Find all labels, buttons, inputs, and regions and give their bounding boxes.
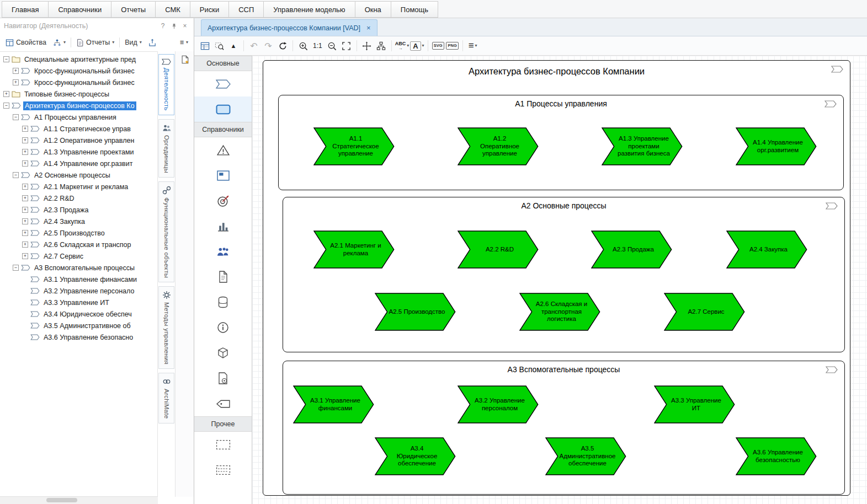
refresh-button[interactable] xyxy=(276,39,289,52)
menu-item[interactable]: СМК xyxy=(155,1,190,18)
properties-button[interactable]: Свойства xyxy=(2,37,50,49)
process-shape[interactable]: А2.2 R&D xyxy=(458,230,539,269)
process-shape[interactable]: А1.2 Оперативное управление xyxy=(458,127,539,165)
tree-item[interactable]: +А1.3 Управление проектами xyxy=(0,146,157,158)
diagram-canvas[interactable]: Архитектура бизнес-процессов Компании А1… xyxy=(252,56,867,504)
people-group-button[interactable] xyxy=(194,239,252,264)
rounded-rect-button[interactable] xyxy=(194,96,252,122)
expand-icon[interactable]: + xyxy=(22,160,28,167)
tree-item[interactable]: +А2.1 Маркетинг и реклама xyxy=(0,181,157,192)
redo-button[interactable]: ↷ xyxy=(262,39,275,52)
collapse-icon[interactable]: − xyxy=(3,103,9,109)
process-shape[interactable]: А3.5 Административное обеспечение xyxy=(545,437,626,475)
expand-icon[interactable]: + xyxy=(22,253,28,259)
table-view-button[interactable] xyxy=(198,39,211,52)
process-shape[interactable]: А2.3 Продажа xyxy=(591,230,672,269)
tree-item[interactable]: −А1 Процессы управления xyxy=(0,111,157,123)
zoom-in-button[interactable] xyxy=(296,39,310,52)
fit-screen-button[interactable] xyxy=(340,39,353,52)
process-shape[interactable]: А3.1 Управление финансами xyxy=(293,385,374,423)
pin-icon[interactable] xyxy=(169,21,179,31)
tree-item[interactable]: А3.2 Управление персонало xyxy=(0,285,157,297)
menu-item[interactable]: Управление моделью xyxy=(263,1,355,18)
zoom-out-button[interactable] xyxy=(326,39,339,52)
process-group[interactable]: А2 Основные процессыА2.1 Маркетинг и рек… xyxy=(283,197,845,352)
tree-item[interactable]: А3.6 Управление безопасно xyxy=(0,331,157,343)
export-svg-button[interactable]: SVG xyxy=(432,39,445,52)
spelling-button[interactable]: ABC → ▾ xyxy=(395,39,409,52)
process-shape[interactable]: А1.3 Управление проектами развития бизне… xyxy=(602,127,683,165)
tree-item[interactable]: +А1.4 Управление орг.развит xyxy=(0,158,157,169)
expand-icon[interactable]: + xyxy=(22,207,28,213)
toolbar-overflow-button[interactable]: ≡▾ xyxy=(177,37,192,48)
navigator-hscrollbar[interactable] xyxy=(0,496,158,504)
pan-button[interactable] xyxy=(360,39,374,52)
side-tab[interactable]: Деятельность xyxy=(158,54,174,115)
tree-item[interactable]: +А2.3 Продажа xyxy=(0,204,157,216)
side-tab[interactable]: Методы управления xyxy=(158,286,174,369)
export-png-button[interactable]: PNG xyxy=(446,39,459,52)
expand-icon[interactable]: + xyxy=(13,68,19,74)
menu-item[interactable]: Окна xyxy=(355,1,391,18)
menu-button[interactable]: ≡▾ xyxy=(466,39,480,52)
tab-close-icon[interactable]: × xyxy=(366,24,371,32)
process-group[interactable]: А1 Процессы управленияА1.1 Стратегическо… xyxy=(278,95,844,190)
new-diagram-button[interactable] xyxy=(178,53,192,66)
reports-button[interactable]: Отчеты ▾ xyxy=(73,37,118,49)
vad-outline-button[interactable] xyxy=(194,71,252,96)
close-icon[interactable]: × xyxy=(180,21,190,31)
org-hierarchy-button[interactable]: ▾ xyxy=(50,37,69,49)
tree-item[interactable]: −Архитектура бизнес-процессов Ко xyxy=(0,100,157,111)
page-disc-button[interactable] xyxy=(194,366,252,391)
tree-item[interactable]: +А2.6 Складская и транспор xyxy=(0,239,157,250)
collapse-icon[interactable]: − xyxy=(3,56,9,62)
collapse-icon[interactable]: − xyxy=(13,114,19,120)
tree-item[interactable]: +А2.7 Сервис xyxy=(0,250,157,262)
menu-item[interactable]: Справочники xyxy=(48,1,111,18)
bar-chart-button[interactable] xyxy=(194,213,252,239)
expand-icon[interactable]: + xyxy=(22,230,28,236)
expand-icon[interactable]: + xyxy=(22,242,28,248)
flag-button[interactable] xyxy=(194,163,252,188)
process-shape[interactable]: А2.4 Закупка xyxy=(726,230,807,269)
tree-item[interactable]: +А2.5 Производство xyxy=(0,227,157,239)
expand-icon[interactable]: + xyxy=(22,184,28,190)
expand-icon[interactable]: + xyxy=(3,91,9,97)
triangle-up-button[interactable]: ▲ xyxy=(227,39,240,52)
zoom-region-button[interactable] xyxy=(212,39,226,52)
tree-item[interactable]: +А2.4 Закупка xyxy=(0,216,157,227)
collapse-icon[interactable]: − xyxy=(13,265,19,271)
expand-icon[interactable]: + xyxy=(22,149,28,155)
document-button[interactable] xyxy=(194,264,252,289)
tag-button[interactable] xyxy=(194,391,252,416)
expand-icon[interactable]: + xyxy=(13,79,19,85)
menu-item[interactable]: Главная xyxy=(2,1,49,18)
tree-item[interactable]: +Кросс-функциональный бизнес xyxy=(0,65,157,77)
cube-button[interactable] xyxy=(194,340,252,366)
tree-item[interactable]: +А1.1 Стратегическое управ xyxy=(0,123,157,135)
process-shape[interactable]: А1.4 Управление орг.развитием xyxy=(736,127,817,165)
help-icon[interactable]: ? xyxy=(158,21,168,31)
menu-item[interactable]: Отчеты xyxy=(111,1,156,18)
dashed-list-button[interactable] xyxy=(194,457,252,482)
tree-item[interactable]: +А2.2 R&D xyxy=(0,192,157,204)
font-style-button[interactable]: A ▾ xyxy=(410,39,424,52)
hierarchy-layout-button[interactable] xyxy=(375,39,388,52)
tree-item[interactable]: +А1.2 Оперативное управлен xyxy=(0,135,157,146)
scrollbar-thumb[interactable] xyxy=(46,498,77,502)
side-tab[interactable]: Функциональные объекты xyxy=(158,181,174,282)
process-shape[interactable]: А2.7 Сервис xyxy=(664,293,745,331)
tree-item[interactable]: А3.1 Управление финансами xyxy=(0,274,157,285)
tree-item[interactable]: −А2 Основные процессы xyxy=(0,169,157,181)
info-button[interactable] xyxy=(194,315,252,340)
process-shape[interactable]: А3.3 Управление ИТ xyxy=(654,385,735,423)
process-group[interactable]: А3 Вспомогательные процессыА3.1 Управлен… xyxy=(283,361,845,495)
undo-button[interactable]: ↶ xyxy=(247,39,260,52)
dashed-rect-button[interactable] xyxy=(194,432,252,457)
process-shape[interactable]: А2.6 Складская и транспортная логистика xyxy=(519,293,600,331)
tree-item[interactable]: +Типовые бизнес-процессы xyxy=(0,88,157,100)
side-tab[interactable]: ArchiMate xyxy=(158,373,174,423)
menu-item[interactable]: ССП xyxy=(228,1,264,18)
share-button[interactable] xyxy=(145,37,160,49)
tree-item[interactable]: −Специальные архитектурные пред xyxy=(0,53,157,65)
